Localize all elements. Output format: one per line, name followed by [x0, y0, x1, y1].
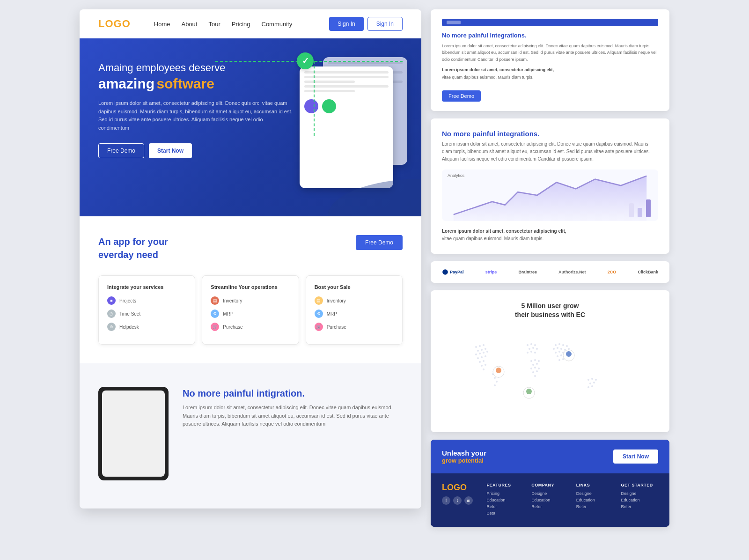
card3-text-3: Purchase: [327, 324, 346, 330]
footer-link-l3[interactable]: Refer: [576, 504, 614, 509]
bottom-tablet-image: [98, 387, 169, 480]
svg-rect-57: [558, 351, 560, 353]
social-icon-fb[interactable]: f: [442, 496, 450, 505]
tline-f2: [304, 76, 389, 78]
footer-link-f1[interactable]: Pricing: [487, 491, 524, 496]
signin-button-2[interactable]: Sign In: [367, 17, 403, 31]
card3-text-2: MRP: [327, 311, 337, 317]
hero-title-bold: amazing: [98, 76, 154, 91]
card3-icon-3: 🛒: [315, 323, 323, 331]
left-column: LOGO Home About Tour Pricing Community S…: [80, 9, 421, 508]
footer-link-c3[interactable]: Refer: [531, 504, 569, 509]
svg-point-0: [442, 269, 448, 275]
footer-link-l2[interactable]: Education: [576, 498, 614, 502]
bar1: [629, 203, 634, 217]
clickbank-logo: ClickBank: [638, 270, 658, 274]
svg-rect-73: [591, 385, 593, 387]
footer-link-f3[interactable]: Refer: [487, 504, 524, 509]
svg-rect-39: [532, 364, 534, 366]
svg-rect-38: [538, 360, 540, 362]
card2-title: Streamline Your operations: [211, 284, 290, 290]
svg-rect-29: [534, 344, 536, 346]
footer-link-l1[interactable]: Designe: [576, 491, 614, 496]
cta-bar: Unleash your grow potential Start Now: [431, 440, 669, 473]
footer-logo-col: LOGO f t in: [442, 483, 479, 517]
social-icon-in[interactable]: in: [464, 496, 473, 505]
svg-rect-61: [557, 355, 558, 357]
hero-start-now-button[interactable]: Start Now: [149, 143, 192, 158]
svg-rect-70: [589, 383, 591, 384]
svg-rect-62: [560, 354, 562, 356]
right-column: No more painful integrations. Lorem ipsu…: [431, 9, 669, 527]
chart-svg: [442, 169, 658, 221]
nav-community[interactable]: Community: [262, 21, 293, 28]
top-right-desc1: Lorem ipsum dolor sit amet, consectetur …: [442, 43, 658, 63]
mini-navbar: [442, 19, 658, 26]
footer-link-g1[interactable]: Designe: [621, 491, 658, 496]
tline-f3: [304, 81, 355, 83]
feature-card-2: Streamline Your operations ▤ Inventory ⚙…: [202, 275, 299, 345]
tline1: [328, 62, 403, 64]
hero-free-demo-button[interactable]: Free Demo: [98, 143, 144, 158]
card2-text-3: Purchase: [223, 324, 242, 330]
card2-item-3: 🛒 Purchase: [211, 323, 290, 331]
footer-link-f2[interactable]: Education: [487, 498, 524, 502]
authorize-text: Authorize.Net: [558, 270, 586, 274]
2co-logo: 2CO: [608, 270, 617, 274]
bottom-title: No more painful intigration.: [183, 387, 403, 400]
svg-rect-71: [593, 382, 595, 383]
nav-links: Home About Tour Pricing Community: [154, 21, 316, 28]
svg-rect-25: [496, 381, 498, 383]
svg-rect-46: [534, 375, 536, 377]
bottom-text-content: No more painful intigration. Lorem ipsum…: [183, 387, 403, 438]
mini-logo-bar: [447, 21, 461, 24]
svg-rect-43: [538, 368, 540, 369]
card1-item-3: ⊕ Helpdesk: [107, 323, 186, 331]
nav-tour[interactable]: Tour: [208, 21, 220, 28]
top-right-free-demo-button[interactable]: Free Demo: [442, 90, 481, 102]
svg-rect-12: [481, 356, 483, 358]
card2-text-1: Inventory: [223, 298, 242, 303]
dashed-line-v: [314, 61, 315, 136]
svg-rect-16: [481, 365, 483, 367]
svg-rect-36: [530, 360, 532, 362]
features-section: An app for your everday need Free Demo I…: [80, 216, 421, 363]
braintree-text: Braintree: [518, 270, 537, 274]
signin-button-1[interactable]: Sign In: [329, 17, 363, 31]
svg-rect-1: [475, 346, 477, 348]
bottom-content: No more painful intigration. Lorem ipsum…: [98, 387, 403, 480]
bottom-description: Lorem ipsum dolor sit amet, consectetur …: [183, 404, 403, 428]
cta-text: Unleash your grow potential: [442, 449, 486, 464]
hero-content: Amaing employees deserve amazing softwar…: [98, 62, 295, 158]
footer-link-f4[interactable]: Beta: [487, 511, 524, 516]
footer-col-links-heading: LINKS: [576, 483, 614, 487]
footer-col-links: LINKS Designe Education Refer: [576, 483, 614, 517]
svg-rect-2: [479, 345, 481, 347]
cta-line1: Unleash your: [442, 449, 486, 457]
card1-text-2: Time Seet: [119, 311, 140, 317]
cta-start-now-button[interactable]: Start Now: [613, 449, 658, 464]
top-right-title: No more painful integrations.: [442, 32, 658, 39]
svg-rect-4: [477, 350, 479, 352]
bar3: [646, 199, 651, 217]
footer-link-c2[interactable]: Education: [531, 498, 569, 502]
paypal-logo: PayPal: [442, 269, 464, 275]
nav-about[interactable]: About: [181, 21, 197, 28]
features-title-l1: An app for your: [98, 235, 168, 248]
avatar-1: [304, 99, 318, 113]
footer-col-features-heading: FEATURES: [487, 483, 524, 487]
svg-rect-68: [591, 378, 593, 380]
svg-rect-11: [477, 357, 479, 359]
footer-link-g2[interactable]: Education: [621, 498, 658, 502]
footer-link-g3[interactable]: Refer: [621, 504, 658, 509]
features-free-demo-button[interactable]: Free Demo: [356, 235, 403, 250]
svg-rect-10: [486, 351, 488, 353]
footer-link-c1[interactable]: Designe: [531, 491, 569, 496]
nav-pricing[interactable]: Pricing: [232, 21, 250, 28]
integration-desc1: Lorem ipsum dolor sit amet, consectetur …: [442, 140, 658, 163]
map-face-3: [526, 389, 532, 394]
integration-title: No more painful integrations.: [442, 130, 658, 138]
social-icon-tw[interactable]: t: [453, 496, 462, 505]
nav-home[interactable]: Home: [154, 21, 170, 28]
footer-grid: LOGO f t in FEATURES Pricing Education R…: [431, 473, 669, 527]
